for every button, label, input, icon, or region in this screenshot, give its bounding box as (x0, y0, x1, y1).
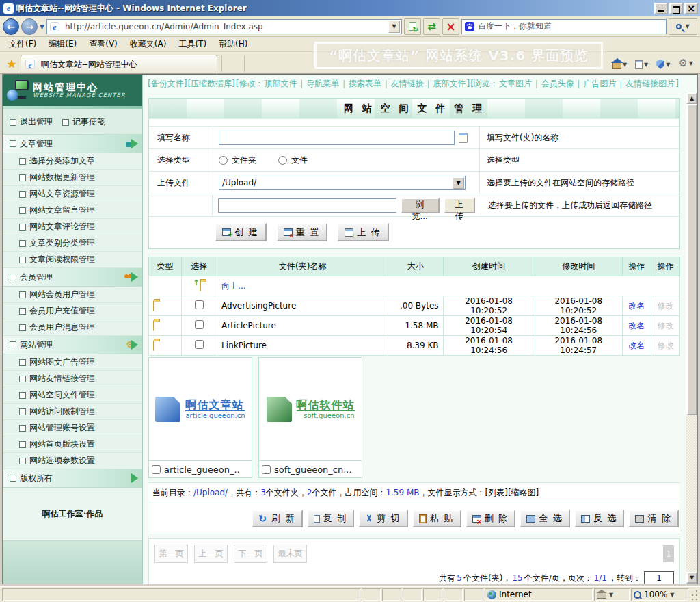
sidebar-item-space-files[interactable]: 网站空间文件管理 (3, 387, 142, 404)
file-radio[interactable] (278, 156, 287, 165)
refresh-button[interactable] (423, 18, 440, 35)
thumb-checkbox[interactable] (152, 465, 161, 474)
topnav-modify-bottom[interactable]: 底部文件 (433, 78, 466, 90)
last-page-button[interactable]: 最末页 (273, 545, 307, 563)
topnav-browse-article-pics[interactable]: 文章图片 (499, 78, 532, 90)
invert-select-button[interactable]: 反 选 (574, 510, 625, 527)
paste-button[interactable]: 粘 贴 (412, 510, 461, 527)
thumbnail-image[interactable]: 啊估软件站 soft.gueeon.cn (259, 358, 362, 460)
menu-view[interactable]: 查看(V) (83, 37, 124, 51)
topnav-modify-top[interactable]: 顶部文件 (264, 78, 297, 90)
path-select[interactable]: /Upload/ ▼ (219, 176, 466, 190)
create-button[interactable]: 创 建 (215, 223, 267, 241)
delete-button[interactable]: 删 除 (466, 510, 516, 527)
topnav-modify-navmenu[interactable]: 导航菜单 (306, 78, 339, 90)
sidebar-item-homepage-blocks[interactable]: 网站首页版块设置 (3, 436, 142, 453)
topnav-modify-friendlinks[interactable]: 友情链接 (391, 78, 424, 90)
topnav-browse-link-pics[interactable]: 友情链接图片 (625, 78, 675, 90)
next-page-button[interactable]: 下一页 (234, 545, 267, 563)
clear-button[interactable]: 清 除 (628, 510, 679, 527)
search-input[interactable]: 百度一下，你就知道 (461, 19, 667, 34)
topnav-browse-ad-pics[interactable]: 广告图片 (583, 78, 616, 90)
select-all-button[interactable]: 全 选 (520, 510, 570, 527)
rename-link[interactable]: 改名 (628, 301, 645, 311)
go-button[interactable] (404, 18, 421, 35)
upload-button[interactable]: 上 传 (337, 223, 389, 241)
thumb-checkbox[interactable] (262, 465, 271, 474)
sidebar-section-members[interactable]: 会员管理 (3, 268, 142, 287)
tab-site[interactable]: 啊估文章站--网站管理中心 (21, 55, 217, 73)
up-directory-link[interactable]: 向上... (221, 281, 245, 291)
sidebar-item-member-recharge[interactable]: 会员用户充值管理 (3, 303, 142, 319)
rename-link[interactable]: 改名 (628, 321, 645, 330)
rename-link[interactable]: 改名 (628, 341, 645, 350)
sidebar-item-article-messages[interactable]: 网站文章留言管理 (3, 202, 142, 219)
copy-button[interactable]: 复 制 (307, 510, 355, 527)
tab-title[interactable]: 啊估文章站--网站管理中心 (41, 59, 137, 70)
folder-radio-label[interactable]: 文件夹 (232, 155, 256, 166)
topnav-compress-link[interactable]: [压缩数据库] (187, 78, 234, 90)
browse-button[interactable]: 浏览... (401, 198, 440, 213)
sidebar-item-article-comments[interactable]: 网站文章评论管理 (3, 219, 142, 235)
row-checkbox[interactable] (195, 340, 204, 349)
topnav-backup-link[interactable]: [备份文件] (148, 78, 187, 90)
cut-button[interactable]: 剪 切 (358, 510, 408, 527)
resize-grip[interactable] (690, 588, 699, 601)
sidebar-item-notes[interactable]: 记事便笺 (62, 116, 105, 128)
sidebar-item-read-permissions[interactable]: 文章阅读权限管理 (3, 252, 142, 268)
prev-page-button[interactable]: 上一页 (194, 545, 228, 563)
topnav-modify-searchform[interactable]: 搜索表单 (349, 78, 381, 90)
scroll-down-icon[interactable]: ▼ (686, 572, 697, 584)
select-dropdown-icon[interactable]: ▼ (453, 177, 464, 189)
search-button[interactable]: ▼ (669, 18, 697, 35)
vertical-scrollbar[interactable]: ▲ ▼ (686, 92, 697, 584)
forward-button[interactable]: → (21, 18, 38, 35)
list-view-link[interactable]: [列表] (485, 488, 508, 497)
sidebar-item-ad-management[interactable]: 网站图文广告管理 (3, 354, 142, 371)
menu-help[interactable]: 帮助(H) (213, 37, 254, 51)
menu-edit[interactable]: 编辑(E) (42, 37, 83, 51)
history-dropdown-icon[interactable]: ▼ (40, 23, 44, 30)
address-dropdown-button[interactable]: ▼ (388, 21, 400, 33)
row-checkbox[interactable] (195, 300, 204, 309)
menu-file[interactable]: 文件(F) (3, 37, 42, 51)
close-button[interactable] (684, 3, 698, 14)
tools-button[interactable]: ▼ (674, 57, 697, 73)
stop-button[interactable] (442, 18, 459, 35)
sidebar-item-access-limits[interactable]: 网站访问限制管理 (3, 404, 142, 420)
sidebar-section-articles[interactable]: 文章管理 (3, 135, 142, 153)
goto-page-input[interactable] (644, 571, 674, 584)
zoom-level[interactable]: 100% (644, 590, 667, 599)
page-menu-button[interactable]: ▼ (631, 60, 652, 73)
zoom-control[interactable]: 100% ▼ (631, 588, 688, 601)
folder-up-icon[interactable] (200, 280, 201, 291)
sidebar-item-site-options[interactable]: 网站选项参数设置 (3, 453, 142, 469)
name-input[interactable] (219, 131, 455, 145)
menu-tools[interactable]: 工具(T) (172, 37, 213, 51)
sidebar-item-member-users[interactable]: 网站会员用户管理 (3, 287, 142, 303)
address-bar[interactable]: http://article.gueeon.cn/Admin/Admin_Ind… (46, 19, 402, 34)
topnav-browse-avatars[interactable]: 会员头像 (541, 78, 574, 90)
upload-small-button[interactable]: 上传 (444, 198, 475, 213)
new-tab-stub[interactable] (221, 55, 245, 72)
sidebar-item-data-update[interactable]: 网站数据更新管理 (3, 170, 142, 186)
row-checkbox[interactable] (195, 320, 204, 329)
sidebar-section-site[interactable]: 网站管理 (3, 336, 142, 354)
url-text[interactable]: http://article.gueeon.cn/Admin/Admin_Ind… (65, 22, 386, 31)
first-page-button[interactable]: 第一页 (154, 545, 188, 563)
scroll-up-icon[interactable]: ▲ (686, 92, 697, 104)
sidebar-item-logout[interactable]: 退出管理 (10, 116, 53, 128)
file-path-input[interactable] (218, 198, 396, 213)
thumb-view-link[interactable]: [缩略图] (508, 488, 539, 497)
folder-radio[interactable] (219, 156, 228, 165)
reset-button[interactable]: 重 置 (276, 223, 328, 241)
protected-mode-button[interactable]: ▼ (594, 588, 630, 601)
restore-button[interactable] (669, 3, 683, 14)
current-dir-link[interactable]: /Upload/ (193, 488, 228, 497)
scrollbar-thumb[interactable] (686, 104, 697, 415)
minimize-button[interactable] (654, 3, 668, 14)
sidebar-item-article-categories[interactable]: 文章类别分类管理 (3, 235, 142, 252)
sidebar-item-add-article[interactable]: 选择分类添加文章 (3, 153, 142, 170)
sidebar-item-member-messages[interactable]: 会员用户消息管理 (3, 319, 142, 336)
menu-favorites[interactable]: 收藏夹(A) (124, 37, 173, 51)
